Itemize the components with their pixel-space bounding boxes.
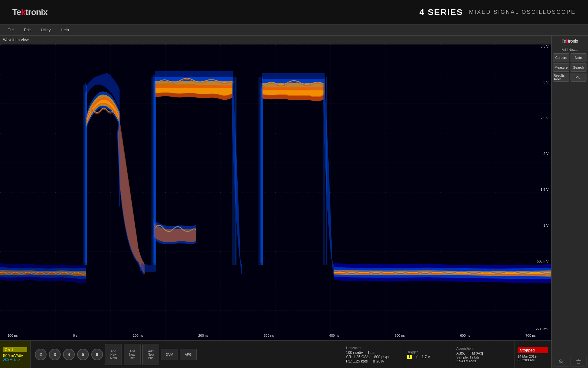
dvm-button[interactable]: DVM (161, 349, 178, 360)
series-subtitle: MIXED SIGNAL OSCILLOSCOPE (469, 9, 576, 15)
trigger-title: Trigger (407, 350, 450, 354)
x-label-400ns: 400 ns (329, 334, 339, 337)
acq-mode: Auto, (456, 351, 465, 355)
main-layout: Waveform View C1 www.tehencom.c (0, 36, 588, 368)
header: Tektronix 4 SERIES MIXED SIGNAL OSCILLOS… (0, 0, 588, 25)
status-bar: Ch 1 500 mV/div 250 MHz ↗ 2 3 4 5 6 Add … (0, 340, 551, 368)
measure-button[interactable]: Measure (553, 63, 569, 72)
x-label-600ns: 600 ns (460, 334, 470, 337)
ch2-button[interactable]: 2 (35, 349, 47, 360)
acq-fast: FastAcq (469, 351, 483, 355)
scope-display[interactable]: C1 www.tehencom.com (0, 44, 551, 340)
horizontal-title: Horizontal (346, 346, 401, 350)
sidebar-btn-row-2: Measure Search (553, 63, 586, 72)
right-sidebar: Tektronix Add New... Cursors Note Measur… (551, 36, 588, 368)
trigger-ch: 1 (407, 355, 412, 359)
sidebar-icon-row (553, 357, 586, 366)
note-button[interactable]: Note (571, 53, 587, 62)
ch6-button[interactable]: 6 (91, 349, 103, 360)
series-label: 4 SERIES (420, 7, 463, 17)
x-label-500ns: 500 ns (395, 334, 405, 337)
acq-title: Acquisition (456, 347, 511, 350)
sidebar-btn-row-3: Results Table Plot (553, 73, 586, 82)
menu-edit[interactable]: Edit (20, 26, 35, 33)
x-label-neg100ns: -100 ns (6, 334, 18, 337)
x-label-100ns: 100 ns (133, 334, 143, 337)
waveform-header: Waveform View (0, 36, 551, 44)
date-status-block: Stopped 14 Mar 2019 8:52:08 AM (514, 341, 551, 368)
menu-file[interactable]: File (3, 26, 18, 33)
date-value: 14 Mar 2019 (518, 355, 537, 358)
horizontal-block[interactable]: Horizontal 100 ns/div 1 µs SR: 1.25 GS/s… (343, 341, 404, 368)
menu-utility[interactable]: Utility (36, 26, 55, 33)
sidebar-logo: Tektronix (553, 37, 586, 45)
rl-value: RL: 1.25 kpts (346, 359, 368, 363)
sidebar-logo-text: Tektronix (553, 39, 586, 44)
x-label-0s: 0 s (73, 334, 77, 337)
x-label-300ns: 300 ns (264, 334, 274, 337)
add-math-button[interactable]: Add New Math (105, 344, 122, 365)
ch1-name: Ch 1 (3, 347, 27, 352)
time-div: 100 ns/div (346, 351, 363, 355)
sidebar-spacer (553, 83, 586, 355)
svg-rect-46 (577, 360, 580, 364)
acquisition-block[interactable]: Acquisition Auto, FastAcq Sample: 12 bit… (453, 341, 514, 368)
plot-button[interactable]: Plot (571, 73, 587, 82)
x-label-200ns: 200 ns (198, 334, 208, 337)
menu-help[interactable]: Help (56, 26, 73, 33)
menubar: File Edit Utility Help (0, 25, 588, 36)
trigger-block[interactable]: Trigger 1 ⁄ 1.7 V (404, 341, 453, 368)
sidebar-btn-row-1: Cursors Note (553, 53, 586, 62)
stopped-badge: Stopped (518, 347, 548, 353)
ch5-button[interactable]: 5 (77, 349, 89, 360)
ch1-freq: 250 MHz ↗ (3, 358, 27, 362)
acq-macqs: 2.539 MAcqs (456, 359, 476, 363)
zoom-value: ⊕ 20% (372, 359, 384, 363)
waveform-section: Waveform View C1 www.tehencom.c (0, 36, 551, 368)
sr-value: SR: 1.25 GS/s (346, 355, 370, 359)
logo: Tektronix (12, 7, 47, 17)
cursors-button[interactable]: Cursors (553, 53, 569, 62)
trash-icon-button[interactable] (571, 357, 587, 366)
header-right: 4 SERIES MIXED SIGNAL OSCILLOSCOPE (420, 7, 576, 17)
trash-icon (576, 359, 581, 364)
channels-middle: 2 3 4 5 6 Add New Math Add New Ref Add N… (31, 341, 343, 368)
logo-area: Tektronix (12, 7, 47, 17)
svg-line-43 (562, 362, 563, 364)
trigger-level: 1.7 V (422, 355, 430, 359)
waveform-view-label: Waveform View (3, 38, 28, 42)
results-table-button[interactable]: Results Table (553, 73, 569, 82)
add-ref-button[interactable]: Add New Ref (124, 344, 141, 365)
trigger-edge: ⁄ (417, 355, 417, 359)
x-axis-labels: -100 ns 0 s 100 ns 200 ns 300 ns 400 ns … (6, 331, 536, 340)
scope-canvas (0, 44, 551, 340)
pts-value: 800 ps/pt (374, 355, 389, 359)
zoom-icon-button[interactable] (553, 357, 569, 366)
add-new-label: Add New... (553, 48, 586, 52)
afg-button[interactable]: AFG (180, 349, 197, 360)
ch4-button[interactable]: 4 (63, 349, 75, 360)
add-bus-button[interactable]: Add New Bus (142, 344, 159, 365)
acq-sample: Sample: 12 bits (456, 355, 480, 359)
x-label-700ns: 700 ns (526, 334, 536, 337)
magnify-icon (558, 359, 564, 364)
ch1-status-block[interactable]: Ch 1 500 mV/div 250 MHz ↗ (0, 341, 31, 368)
ch1-vdiv: 500 mV/div (3, 353, 27, 358)
search-button[interactable]: Search (571, 63, 587, 72)
time-value: 8:52:08 AM (518, 358, 535, 362)
ch3-button[interactable]: 3 (49, 349, 61, 360)
sample-time: 1 µs (368, 351, 375, 355)
